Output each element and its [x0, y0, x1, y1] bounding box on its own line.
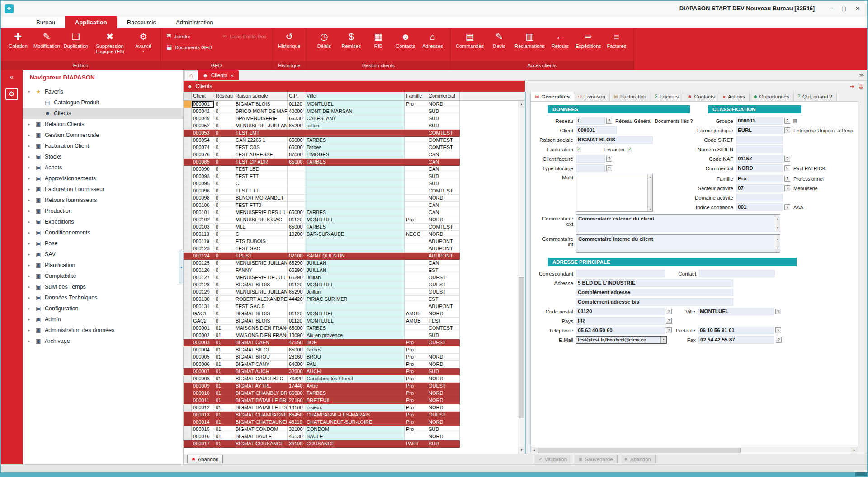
cell-famille[interactable]: [405, 173, 427, 180]
tab-opportunites[interactable]: ◆Opportunités: [750, 92, 794, 101]
domaine-activite-input[interactable]: [736, 194, 783, 201]
cell-famille[interactable]: [405, 296, 427, 303]
cell-commercial[interactable]: OUEST: [427, 412, 460, 419]
table-row[interactable]: 0001240TREST02100SAINT QUENTINADUPONT: [184, 253, 525, 260]
cell-cp[interactable]: 45110: [288, 419, 305, 426]
cell-client[interactable]: 000003: [192, 339, 214, 346]
cell-reseau[interactable]: 0: [214, 318, 234, 325]
table-row[interactable]: 00001501BIGMAT CONDOM32100CONDOMProSUD: [184, 426, 525, 433]
cell-reseau[interactable]: 01: [214, 440, 234, 448]
cell-famille[interactable]: [405, 274, 427, 281]
cell-raison[interactable]: BIGMAT AUCH: [234, 368, 288, 375]
table-row[interactable]: 00000901BIGMAT AYTRE17440AytreProOUEST: [184, 383, 525, 390]
cell-cp[interactable]: 65000: [288, 325, 305, 332]
cell-raison[interactable]: BIGMAT CONDOM: [234, 426, 288, 433]
code-naf-lookup-button[interactable]: ?: [784, 156, 790, 162]
row-selector[interactable]: [184, 368, 192, 375]
sidebar-splitter-handle[interactable]: ◂: [179, 251, 183, 283]
cell-reseau[interactable]: 01: [214, 426, 234, 433]
cell-raison[interactable]: BIGMAT BAULE: [234, 433, 288, 440]
sidebar-item-administration-des-donnees[interactable]: ▸▣Administration des données: [23, 325, 183, 336]
cell-famille[interactable]: [405, 180, 427, 187]
table-row[interactable]: 0000490BPA MENUISERIE66330CABESTANYSUD: [184, 115, 525, 122]
cell-commercial[interactable]: SUD: [427, 180, 460, 187]
row-selector[interactable]: [184, 159, 192, 166]
cell-cp[interactable]: [288, 130, 305, 137]
ribbon-button-devis[interactable]: ✎Devis: [486, 30, 513, 50]
code-naf-input[interactable]: 0115Z: [736, 155, 783, 163]
cell-reseau[interactable]: 0: [214, 289, 234, 296]
menu-tab-bureau[interactable]: Bureau: [26, 16, 65, 28]
cell-client[interactable]: 000015: [192, 426, 214, 433]
scroll-up-icon[interactable]: ▴: [649, 175, 651, 178]
home-tab[interactable]: ⌂: [184, 70, 198, 80]
cell-reseau[interactable]: 0: [214, 166, 234, 173]
cell-reseau[interactable]: 0: [214, 224, 234, 231]
cell-famille[interactable]: [405, 260, 427, 267]
pays-lookup-button[interactable]: ?: [666, 318, 672, 324]
cell-famille[interactable]: [405, 224, 427, 231]
table-row[interactable]: 00001101BIGMAT BATAILLE BRET27160BRETEUI…: [184, 397, 525, 404]
sidebar-item-conditionnements[interactable]: ▸▣Conditionnements: [23, 227, 183, 238]
table-row[interactable]: 0001270MENUISERIE DE JUILLAN65290Juillan…: [184, 274, 525, 281]
sidebar-item-facturation-fournisseur[interactable]: ▸▣Facturation Fournisseur: [23, 184, 183, 195]
cell-commercial[interactable]: OUEST: [427, 281, 460, 289]
row-selector[interactable]: [184, 267, 192, 274]
cell-client[interactable]: 000131: [192, 303, 214, 310]
maximize-button[interactable]: ▢: [837, 4, 851, 14]
cell-famille[interactable]: [405, 130, 427, 137]
row-selector[interactable]: [184, 231, 192, 238]
cell-reseau[interactable]: 0: [214, 231, 234, 238]
row-selector[interactable]: [184, 397, 192, 404]
cell-cp[interactable]: 01120: [288, 281, 305, 289]
row-selector[interactable]: [184, 137, 192, 144]
cell-commercial[interactable]: ADUPONT: [427, 253, 460, 260]
type-blocage-input[interactable]: [576, 164, 605, 172]
cell-famille[interactable]: [405, 187, 427, 195]
row-selector[interactable]: [184, 260, 192, 267]
table-row[interactable]: 00000201MAISONS D'EN FRANCE13090Aix-en-p…: [184, 332, 525, 339]
table-row[interactable]: 0001250MENUISERIE JUILLANAIS65290JUILLAN…: [184, 260, 525, 267]
cell-ville[interactable]: [305, 187, 405, 195]
cell-reseau[interactable]: 0: [214, 108, 234, 115]
row-selector[interactable]: [184, 426, 192, 433]
chevron-right-icon[interactable]: ▸: [28, 263, 34, 267]
cell-ville[interactable]: MONTLUEL: [305, 101, 405, 108]
row-selector[interactable]: [184, 245, 192, 253]
column-header-famille[interactable]: Famille: [405, 92, 427, 100]
table-row[interactable]: 0001290MENUISERIE JUILLANAIS65290Juillan…: [184, 289, 525, 296]
cell-raison[interactable]: TEST FTT: [234, 173, 288, 180]
spin-down-icon[interactable]: ▾: [663, 340, 665, 342]
famille-input[interactable]: Pro: [736, 175, 783, 182]
ribbon-button-adresses[interactable]: ⌂Adresses: [419, 30, 446, 50]
cell-ville[interactable]: Aix-en-provence: [305, 332, 405, 339]
row-selector[interactable]: [184, 101, 192, 108]
table-row[interactable]: 00001401BIGMAT CHATEAUNEUF45110CHATEAUNE…: [184, 419, 525, 426]
cell-famille[interactable]: [405, 325, 427, 332]
row-selector[interactable]: [184, 412, 192, 419]
ribbon-button-creation[interactable]: ✚Création: [5, 30, 32, 50]
row-selector[interactable]: [184, 144, 192, 151]
table-row[interactable]: 0000980BENOIT MORANDETNORD: [184, 195, 525, 202]
row-selector[interactable]: [184, 173, 192, 180]
row-selector[interactable]: [184, 216, 192, 224]
row-selector[interactable]: [184, 195, 192, 202]
groupe-grid-icon[interactable]: ▦: [793, 118, 797, 124]
chevron-right-icon[interactable]: ▸: [28, 328, 34, 332]
cell-client[interactable]: 000124: [192, 253, 214, 260]
ribbon-button-reclamations[interactable]: ▥Reclamations: [513, 30, 547, 50]
cell-ville[interactable]: PAU: [305, 361, 405, 368]
cell-ville[interactable]: [305, 245, 405, 253]
cell-reseau[interactable]: 0: [214, 173, 234, 180]
chevron-right-icon[interactable]: ▸: [28, 144, 34, 148]
cell-ville[interactable]: COUSANCE: [305, 440, 405, 448]
cell-famille[interactable]: [405, 202, 427, 209]
cell-reseau[interactable]: 01: [214, 346, 234, 354]
cell-commercial[interactable]: EST: [427, 296, 460, 303]
chevron-right-icon[interactable]: ▸: [28, 209, 34, 213]
sidebar-item-facturation-client[interactable]: ▸▣Facturation Client: [23, 140, 183, 151]
column-header-cp[interactable]: C.P.: [288, 92, 305, 100]
sidebar-item-clients[interactable]: ☻Clients: [23, 108, 183, 119]
cell-ville[interactable]: BRETEUIL: [305, 397, 405, 404]
row-selector[interactable]: [184, 346, 192, 354]
